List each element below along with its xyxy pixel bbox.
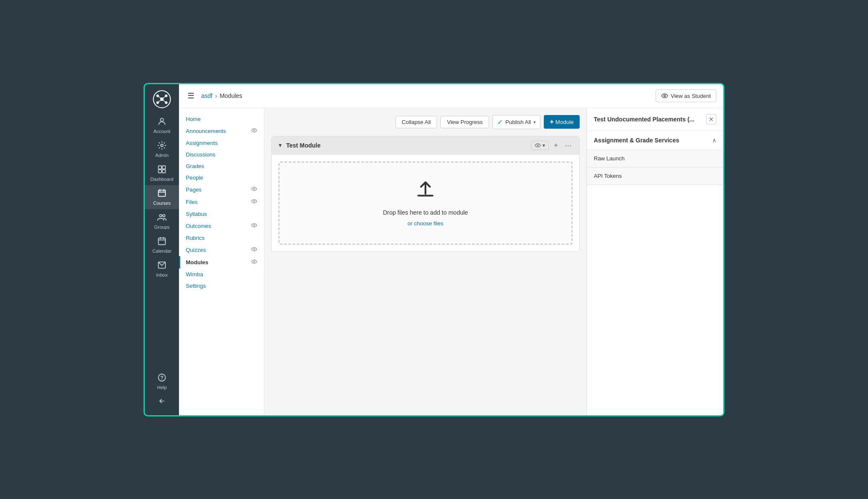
nav-files[interactable]: Files bbox=[179, 196, 264, 208]
close-panel-button[interactable]: ✕ bbox=[706, 114, 716, 124]
view-as-student-label: View as Student bbox=[671, 93, 711, 99]
svg-rect-12 bbox=[158, 165, 161, 168]
nav-home[interactable]: Home bbox=[179, 113, 264, 125]
svg-rect-14 bbox=[158, 169, 161, 172]
module-card: ▼ Test Module ▾ + ⋯ bbox=[271, 136, 580, 252]
nav-settings[interactable]: Settings bbox=[179, 280, 264, 292]
pages-eye-icon bbox=[251, 186, 257, 193]
nav-wimba[interactable]: Wimba bbox=[179, 269, 264, 280]
rubrics-label: Rubrics bbox=[186, 235, 205, 241]
people-label: People bbox=[186, 174, 203, 181]
courses-icon bbox=[157, 189, 167, 199]
nav-outcomes[interactable]: Outcomes bbox=[179, 220, 264, 232]
module-visibility-button[interactable]: ▾ bbox=[531, 141, 549, 150]
nav-item-courses[interactable]: Courses bbox=[145, 185, 179, 209]
nav-pages[interactable]: Pages bbox=[179, 183, 264, 196]
inbox-icon bbox=[157, 260, 167, 271]
nav-people[interactable]: People bbox=[179, 172, 264, 183]
drop-zone-text: Drop files here to add to module bbox=[383, 209, 468, 216]
upload-icon bbox=[415, 180, 436, 205]
module-actions: ▾ + ⋯ bbox=[531, 141, 573, 151]
svg-rect-13 bbox=[162, 165, 165, 168]
svg-point-11 bbox=[161, 144, 163, 147]
svg-text:?: ? bbox=[160, 375, 163, 381]
breadcrumb-course[interactable]: asdf bbox=[201, 92, 212, 99]
publish-chevron-icon: ▾ bbox=[534, 120, 536, 124]
view-progress-button[interactable]: View Progress bbox=[440, 116, 489, 128]
account-icon bbox=[157, 117, 167, 127]
files-eye-icon bbox=[251, 198, 257, 206]
nav-announcements[interactable]: Announcements bbox=[179, 125, 264, 137]
svg-point-10 bbox=[160, 118, 163, 121]
svg-point-32 bbox=[253, 188, 255, 190]
svg-point-37 bbox=[537, 145, 539, 146]
outcomes-label: Outcomes bbox=[186, 223, 211, 229]
svg-point-21 bbox=[163, 214, 165, 217]
discussions-label: Discussions bbox=[186, 151, 215, 158]
hamburger-button[interactable]: ☰ bbox=[186, 89, 196, 102]
nav-assignments[interactable]: Assignments bbox=[179, 137, 264, 149]
nav-syllabus[interactable]: Syllabus bbox=[179, 208, 264, 220]
view-progress-label: View Progress bbox=[447, 119, 483, 125]
nav-item-help[interactable]: ? Help bbox=[145, 369, 179, 393]
nav-item-inbox[interactable]: Inbox bbox=[145, 257, 179, 281]
rp-assignment-grade-chevron: ∧ bbox=[712, 137, 716, 144]
course-nav: Home Announcements Assignments Discussio… bbox=[179, 108, 264, 415]
main-area: ☰ asdf › Modules View as Student Home bbox=[179, 84, 723, 415]
rp-assignment-grade-header[interactable]: Assignment & Grade Services ∧ bbox=[587, 131, 723, 150]
rp-raw-launch-item[interactable]: Raw Launch bbox=[587, 150, 723, 167]
svg-point-20 bbox=[160, 214, 162, 217]
canvas-logo[interactable] bbox=[151, 89, 173, 110]
collapse-all-button[interactable]: Collapse All bbox=[396, 116, 437, 128]
module-more-button[interactable]: ⋯ bbox=[563, 141, 573, 151]
modules-main: Collapse All View Progress ✓ Publish All… bbox=[264, 108, 586, 415]
announcements-eye-icon bbox=[251, 127, 257, 135]
top-bar: ☰ asdf › Modules View as Student bbox=[179, 84, 723, 108]
nav-calendar-label: Calendar bbox=[152, 248, 172, 254]
breadcrumb-current: Modules bbox=[220, 92, 242, 99]
outcomes-eye-icon bbox=[251, 222, 257, 230]
module-add-item-button[interactable]: + bbox=[552, 141, 560, 150]
content-wrapper: Home Announcements Assignments Discussio… bbox=[179, 108, 723, 415]
nav-item-groups[interactable]: Groups bbox=[145, 209, 179, 233]
publish-check-icon: ✓ bbox=[497, 118, 503, 126]
svg-rect-16 bbox=[158, 190, 166, 196]
module-header: ▼ Test Module ▾ + ⋯ bbox=[272, 136, 579, 155]
svg-point-36 bbox=[253, 261, 255, 263]
publish-all-label: Publish All bbox=[505, 119, 531, 125]
quizzes-label: Quizzes bbox=[186, 247, 206, 253]
nav-discussions[interactable]: Discussions bbox=[179, 149, 264, 160]
assignments-label: Assignments bbox=[186, 140, 217, 146]
choose-files-link[interactable]: or choose files bbox=[408, 220, 443, 227]
svg-point-30 bbox=[664, 95, 666, 97]
calendar-icon bbox=[157, 236, 167, 247]
module-toggle-icon[interactable]: ▼ bbox=[278, 142, 283, 148]
collapse-all-label: Collapse All bbox=[402, 119, 431, 125]
rp-raw-launch-label: Raw Launch bbox=[594, 155, 625, 162]
nav-grades[interactable]: Grades bbox=[179, 160, 264, 172]
right-panel-title: Test Undocumented Placements (... bbox=[594, 116, 703, 123]
rp-section-raw-launch: Raw Launch bbox=[587, 150, 723, 168]
svg-rect-15 bbox=[162, 169, 165, 172]
announcements-label: Announcements bbox=[186, 128, 226, 134]
nav-item-account[interactable]: Account bbox=[145, 113, 179, 137]
nav-item-admin[interactable]: Admin bbox=[145, 137, 179, 161]
nav-item-dashboard[interactable]: Dashboard bbox=[145, 161, 179, 185]
svg-point-31 bbox=[253, 130, 255, 131]
view-as-student-button[interactable]: View as Student bbox=[656, 89, 716, 102]
nav-admin-label: Admin bbox=[155, 153, 168, 158]
nav-item-calendar[interactable]: Calendar bbox=[145, 233, 179, 257]
add-module-button[interactable]: + Module bbox=[544, 115, 580, 129]
svg-rect-22 bbox=[158, 238, 166, 245]
nav-quizzes[interactable]: Quizzes bbox=[179, 244, 264, 256]
rp-api-tokens-item[interactable]: API Tokens bbox=[587, 168, 723, 185]
close-icon: ✕ bbox=[709, 116, 714, 123]
module-drop-zone[interactable]: Drop files here to add to module or choo… bbox=[279, 162, 572, 245]
nav-collapse-button[interactable] bbox=[154, 393, 170, 411]
rp-section-api-tokens: API Tokens bbox=[587, 168, 723, 185]
svg-line-9 bbox=[158, 99, 162, 103]
publish-all-button[interactable]: ✓ Publish All ▾ bbox=[493, 115, 540, 129]
nav-modules[interactable]: Modules bbox=[179, 256, 264, 269]
right-panel-content: Assignment & Grade Services ∧ Raw Launch bbox=[587, 131, 723, 415]
nav-rubrics[interactable]: Rubrics bbox=[179, 232, 264, 244]
